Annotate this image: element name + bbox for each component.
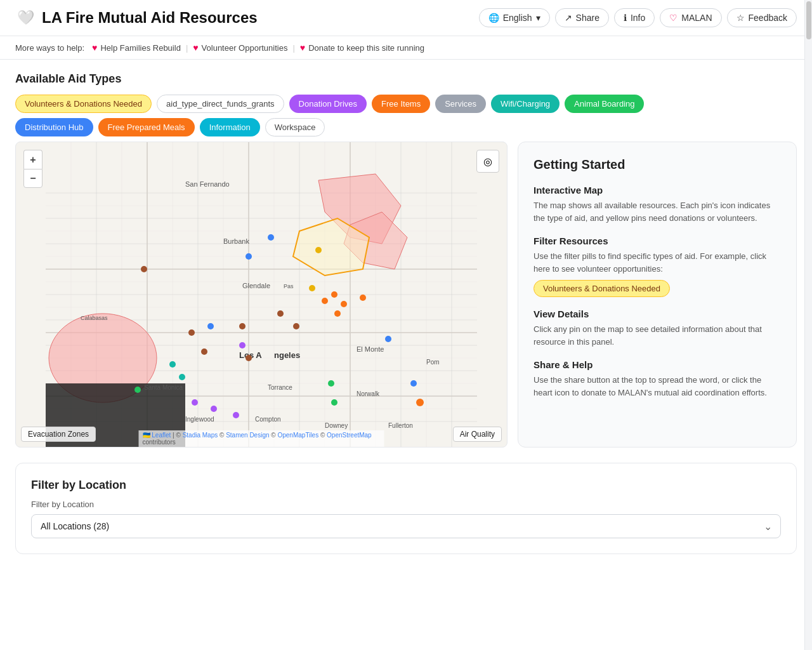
- share-icon: ↗: [565, 13, 572, 23]
- svg-point-82: [341, 301, 347, 307]
- svg-point-86: [309, 285, 315, 291]
- gs-section-share: Share & Help Use the share button at the…: [534, 359, 781, 399]
- header: 🤍 LA Fire Mutual Aid Resources 🌐 English…: [0, 0, 812, 36]
- svg-point-68: [293, 323, 299, 329]
- svg-point-64: [201, 348, 207, 355]
- gs-filter-title: Filter Resources: [534, 235, 781, 246]
- pill-workspace[interactable]: Workspace: [265, 118, 325, 136]
- language-icon: 🌐: [488, 13, 499, 23]
- svg-point-89: [328, 380, 334, 387]
- svg-text:Norwalk: Norwalk: [357, 390, 380, 397]
- help-families-link[interactable]: ♥ Help Families Rebuild: [92, 43, 181, 53]
- svg-point-67: [277, 310, 284, 317]
- filter-location-label: Filter by Location: [31, 500, 781, 509]
- gs-share-text: Use the share button at the top to sprea…: [534, 374, 781, 399]
- gs-filter-text: Use the filter pills to find specific ty…: [534, 250, 781, 275]
- logo-icon: 🤍: [15, 8, 36, 28]
- svg-point-70: [246, 253, 252, 260]
- pill-direct-funds[interactable]: aid_type_direct_funds_grants: [157, 95, 284, 113]
- header-actions: 🌐 English ▾ ↗ Share ℹ Info ♡ MALAN ☆ Fee…: [479, 8, 797, 27]
- logo: 🤍 LA Fire Mutual Aid Resources: [15, 8, 258, 28]
- volunteer-link[interactable]: ♥ Volunteer Opportunities: [193, 43, 287, 53]
- aid-types-section: Available Aid Types Volunteers & Donatio…: [15, 72, 797, 136]
- leaflet-credit: 🇺🇦: [143, 432, 152, 439]
- aid-type-pills-row2: Distribution Hub Free Prepared Meals Inf…: [15, 118, 797, 136]
- pill-volunteers[interactable]: Volunteers & Donations Needed: [15, 95, 152, 113]
- gs-details-title: View Details: [534, 308, 781, 319]
- zoom-in-button[interactable]: +: [23, 150, 43, 169]
- svg-text:Inglewood: Inglewood: [185, 416, 214, 423]
- share-button[interactable]: ↗ Share: [555, 8, 609, 27]
- stadia-link[interactable]: Stadia Maps: [183, 432, 218, 439]
- pill-donation-drives[interactable]: Donation Drives: [289, 95, 367, 113]
- language-label: English: [503, 13, 532, 23]
- svg-point-74: [211, 406, 217, 412]
- site-title: LA Fire Mutual Aid Resources: [42, 9, 258, 27]
- getting-started-panel: Getting Started Interactive Map The map …: [518, 142, 797, 448]
- gs-interactive-map-text: The map shows all available resources. E…: [534, 199, 781, 224]
- svg-text:Torrance: Torrance: [268, 384, 292, 391]
- gs-pill-example[interactable]: Volunteers & Donations Needed: [534, 280, 670, 297]
- svg-point-88: [134, 387, 141, 393]
- gs-section-filter: Filter Resources Use the filter pills to…: [534, 235, 781, 297]
- locate-icon: ◎: [483, 156, 492, 168]
- heart-icon-1: ♥: [92, 43, 97, 53]
- heart-icon-3: ♥: [300, 43, 305, 53]
- language-button[interactable]: 🌐 English ▾: [479, 8, 550, 27]
- stamen-link[interactable]: Stamen Design: [226, 432, 269, 439]
- svg-point-72: [385, 336, 391, 342]
- svg-point-66: [246, 355, 252, 361]
- svg-text:Glendale: Glendale: [242, 282, 270, 289]
- gs-details-text: Click any pin on the map to see detailed…: [534, 323, 781, 348]
- pill-distribution[interactable]: Distribution Hub: [15, 118, 93, 136]
- openstreetmap-link[interactable]: OpenStreetMap: [327, 432, 372, 439]
- main-content: Available Aid Types Volunteers & Donatio…: [0, 60, 812, 582]
- info-label: Info: [631, 13, 645, 23]
- pill-services[interactable]: Services: [435, 95, 486, 113]
- map-container[interactable]: + − ◎: [15, 142, 508, 448]
- scrollbar-thumb[interactable]: [806, 1, 811, 39]
- svg-point-69: [268, 234, 274, 241]
- chevron-down-icon: ▾: [536, 13, 540, 23]
- evacuation-zones-label[interactable]: Evacuation Zones: [21, 427, 96, 442]
- feedback-button[interactable]: ☆ Feedback: [727, 8, 797, 27]
- getting-started-title: Getting Started: [534, 157, 781, 172]
- svg-point-90: [331, 399, 337, 406]
- openmaptiles-link[interactable]: OpenMapTiles: [277, 432, 318, 439]
- donate-text: Donate to keep this site running: [308, 43, 424, 53]
- svg-point-87: [315, 247, 322, 253]
- filter-location-section: Filter by Location Filter by Location Al…: [15, 463, 797, 554]
- air-quality-label[interactable]: Air Quality: [453, 427, 502, 442]
- pill-wifi[interactable]: Wifi/Charging: [491, 95, 560, 113]
- info-button[interactable]: ℹ Info: [614, 8, 655, 27]
- svg-text:El Monte: El Monte: [357, 345, 384, 353]
- heart-icon: ♡: [669, 13, 678, 23]
- locate-button[interactable]: ◎: [476, 150, 499, 173]
- filter-location-title: Filter by Location: [31, 479, 781, 492]
- svg-point-63: [188, 329, 195, 336]
- gs-interactive-map-title: Interactive Map: [534, 185, 781, 196]
- help-bar: More ways to help: ♥ Help Families Rebui…: [0, 36, 812, 60]
- svg-point-81: [331, 291, 337, 298]
- help-families-text: Help Families Rebuild: [100, 43, 180, 53]
- scrollbar[interactable]: [804, 0, 812, 582]
- svg-point-84: [334, 310, 341, 317]
- pill-information[interactable]: Information: [200, 118, 260, 136]
- svg-text:Santa Monica: Santa Monica: [144, 384, 183, 391]
- pill-animal[interactable]: Animal Boarding: [565, 95, 644, 113]
- malan-button[interactable]: ♡ MALAN: [660, 8, 721, 27]
- pill-meals[interactable]: Free Prepared Meals: [98, 118, 195, 136]
- location-select[interactable]: All Locations (28): [31, 514, 781, 538]
- donate-link[interactable]: ♥ Donate to keep this site running: [300, 43, 424, 53]
- map-attribution: 🇺🇦 Leaflet | © Stadia Maps © Stamen Desi…: [139, 430, 384, 447]
- leaflet-link[interactable]: Leaflet: [152, 432, 171, 439]
- gs-section-details: View Details Click any pin on the map to…: [534, 308, 781, 348]
- feedback-label: Feedback: [749, 13, 787, 23]
- svg-text:San Fernando: San Fernando: [185, 180, 230, 188]
- svg-point-77: [239, 342, 246, 348]
- pill-free-items[interactable]: Free Items: [372, 95, 430, 113]
- svg-point-71: [207, 323, 214, 329]
- gs-share-title: Share & Help: [534, 359, 781, 370]
- map-zoom-controls: + −: [23, 150, 43, 188]
- zoom-out-button[interactable]: −: [23, 169, 43, 188]
